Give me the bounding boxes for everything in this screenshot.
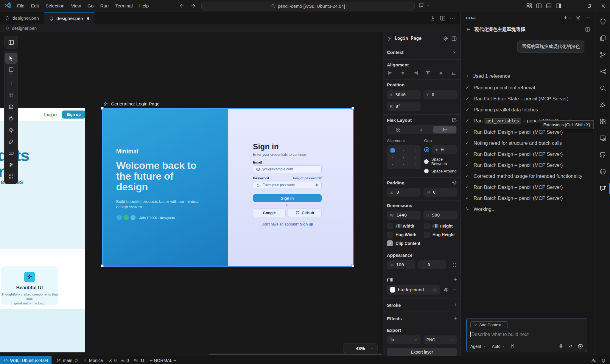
minimize-button[interactable]: [569, 0, 583, 12]
reference-row[interactable]: Used 1 reference: [466, 73, 590, 79]
add-context-button[interactable]: Add Context...: [470, 321, 508, 328]
zoom-level[interactable]: 48%: [356, 346, 365, 351]
close-window-button[interactable]: [596, 0, 610, 12]
fill-height-checkbox[interactable]: Fill Height: [424, 223, 453, 229]
keyboard-shortcuts-tool[interactable]: [5, 147, 17, 159]
menu-view[interactable]: View: [68, 2, 84, 10]
align-right-icon[interactable]: [413, 70, 418, 76]
signup-link[interactable]: Sign up: [300, 222, 313, 226]
space-between-option[interactable]: Space Between: [424, 157, 457, 166]
add-stroke-button[interactable]: +: [454, 302, 457, 308]
position-x-input[interactable]: X3040: [387, 90, 421, 99]
toggle-layers-panel-button[interactable]: [4, 36, 18, 49]
mic-icon[interactable]: [558, 344, 564, 349]
position-y-input[interactable]: Y0: [424, 90, 457, 99]
problems-item[interactable]: 0 0: [108, 358, 129, 363]
resize-handle-se[interactable]: [351, 265, 354, 267]
add-fill-button[interactable]: +: [454, 276, 457, 283]
align-horizontal-center-icon[interactable]: [400, 70, 406, 76]
height-input[interactable]: H900: [424, 211, 457, 220]
menu-terminal[interactable]: Terminal: [112, 2, 136, 10]
bg-feature-card[interactable]: Beautiful UI Thoughtfully crafted compon…: [1, 266, 58, 305]
git-branch-item[interactable]: main: [57, 358, 78, 363]
signin-submit-button[interactable]: Sign in: [253, 194, 322, 202]
accounts-status-icon[interactable]: [591, 358, 596, 363]
login-page-frame[interactable]: Minimal Welcome back to the future of de…: [103, 109, 353, 266]
activity-chat-icon-active[interactable]: [595, 180, 610, 197]
auto-layout-icon[interactable]: [452, 117, 457, 123]
fullscreen-tool[interactable]: [5, 171, 17, 182]
add-effect-button[interactable]: +: [454, 315, 457, 322]
toggle-panel-icon[interactable]: [546, 3, 552, 9]
panel-toggle-icon[interactable]: [451, 36, 457, 41]
gap-radio-selected[interactable]: [424, 147, 429, 152]
tools-icon[interactable]: [510, 344, 515, 349]
gap-input[interactable]: 0: [432, 145, 457, 154]
variable-link-icon[interactable]: [433, 288, 437, 292]
chat-more-actions-icon[interactable]: [585, 15, 590, 21]
notifications-bell-icon[interactable]: [601, 358, 606, 363]
layout-horizontal-button-selected[interactable]: [433, 126, 456, 133]
agent-mode-select[interactable]: Agent: [470, 344, 486, 349]
export-layer-button[interactable]: Export layer: [387, 348, 457, 357]
ports-item[interactable]: 11: [134, 358, 145, 363]
export-scale-select[interactable]: 1x: [387, 335, 421, 344]
vim-mode-item[interactable]: -- NORMAL --: [150, 358, 176, 363]
shape-tool[interactable]: [5, 64, 17, 77]
activity-source-control-icon[interactable]: [595, 46, 610, 63]
activity-explorer-icon[interactable]: [595, 30, 610, 46]
tab-designer-pen-2-active[interactable]: designer.pen: [44, 12, 94, 24]
alignment-pad[interactable]: [387, 145, 421, 169]
back-arrow-icon[interactable]: [466, 27, 471, 32]
hug-width-checkbox[interactable]: Hug Width: [387, 232, 424, 238]
toggle-secondary-sidebar-icon[interactable]: [555, 3, 562, 9]
resize-handle-sw[interactable]: [101, 265, 104, 267]
copilot-menu-button[interactable]: [418, 2, 430, 9]
modified-dot-icon[interactable]: [87, 17, 89, 20]
resize-handle-ne[interactable]: [351, 107, 354, 110]
remote-indicator[interactable]: WSL: Ubuntu-24.04: [0, 356, 52, 364]
bg-signup-button[interactable]: Sign up: [62, 111, 85, 119]
components-tool[interactable]: [5, 124, 17, 136]
activity-references-icon[interactable]: [595, 63, 610, 80]
activity-pencil-shield-icon[interactable]: [595, 13, 610, 30]
bg-login-link[interactable]: Log in: [44, 112, 57, 117]
customize-layout-icon[interactable]: [526, 3, 532, 9]
model-select[interactable]: Auto: [492, 344, 505, 349]
horizontal-scrollbar[interactable]: [208, 354, 382, 355]
nav-forward-icon[interactable]: [190, 3, 196, 9]
menu-edit[interactable]: Edit: [28, 2, 42, 10]
visibility-eye-icon[interactable]: [444, 287, 449, 293]
width-input[interactable]: W1440: [387, 211, 421, 220]
select-tool[interactable]: [5, 53, 17, 64]
email-field[interactable]: you@example.com: [253, 165, 322, 173]
padding-vertical-input[interactable]: 0: [387, 188, 421, 197]
more-actions-icon[interactable]: [449, 15, 455, 21]
chat-input-box[interactable]: Add Context... Describe what to build ne…: [466, 318, 587, 352]
hand-tool[interactable]: [5, 113, 17, 124]
space-around-option[interactable]: Space Around: [424, 169, 457, 173]
new-chat-button[interactable]: +: [564, 15, 571, 21]
hug-height-checkbox[interactable]: Hug Height: [424, 232, 455, 238]
align-bottom-icon[interactable]: [451, 70, 456, 76]
layout-vertical-button[interactable]: [410, 127, 433, 132]
rotation-input[interactable]: R0°: [387, 102, 421, 111]
activity-debug-icon[interactable]: [595, 97, 610, 113]
menu-file[interactable]: File: [14, 2, 28, 10]
export-format-select[interactable]: PNG: [424, 335, 457, 344]
align-vertical-center-icon[interactable]: [438, 70, 444, 76]
command-center-search[interactable]: pencil-demo [WSL: Ubuntu-24.04]: [201, 2, 415, 10]
menu-help[interactable]: Help: [136, 2, 152, 10]
activity-remote-explorer-icon[interactable]: [595, 130, 610, 147]
settings-sliders-tool[interactable]: [5, 159, 17, 170]
fill-style-tool[interactable]: [5, 136, 17, 147]
activity-extensions-icon[interactable]: [595, 113, 610, 130]
toggle-primary-sidebar-icon[interactable]: [536, 3, 542, 9]
github-signin-button[interactable]: GitHub: [288, 209, 322, 217]
chat-input-placeholder[interactable]: Describe what to build next: [471, 332, 529, 337]
create-component-icon[interactable]: [443, 36, 449, 41]
password-field[interactable]: Enter your password: [253, 181, 322, 189]
split-editor-icon[interactable]: [440, 15, 446, 21]
scroll-lock-icon[interactable]: [430, 15, 436, 21]
stop-button-icon[interactable]: [578, 343, 583, 349]
